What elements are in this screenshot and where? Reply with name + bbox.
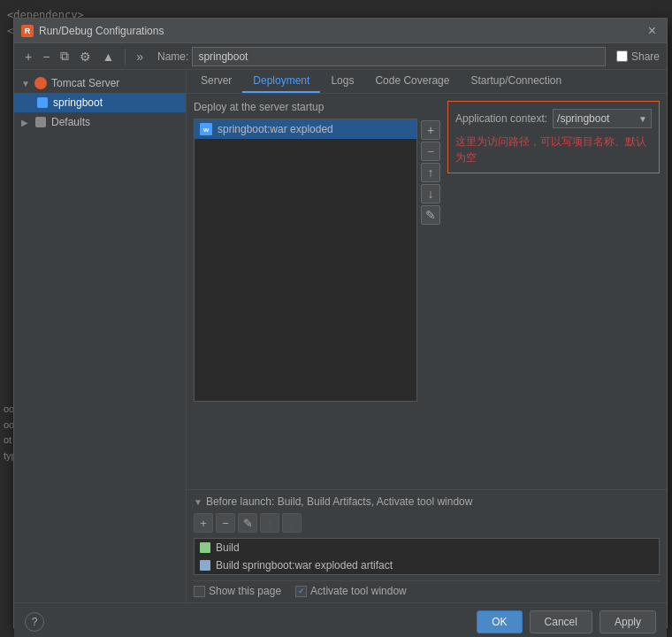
launch-list: Build Build springboot:war exploded arti… — [194, 538, 660, 575]
artifact-icon — [37, 97, 48, 108]
tomcat-icon — [34, 77, 47, 89]
before-launch-header: ▼ Before launch: Build, Build Artifacts,… — [194, 495, 660, 508]
add-config-button[interactable]: + — [21, 48, 35, 65]
activate-window-label: Activate tool window — [310, 585, 407, 597]
before-launch-label: Before launch: Build, Build Artifacts, A… — [206, 495, 473, 508]
down-launch-button[interactable]: ↓ — [282, 513, 302, 533]
artifact-item-springboot[interactable]: w springboot:war exploded — [195, 119, 416, 139]
title-bar: R Run/Debug Configurations × — [14, 19, 667, 43]
launch-item-build[interactable]: Build — [195, 539, 659, 556]
defaults-icon-shape — [35, 117, 46, 127]
down-artifact-button[interactable]: ↓ — [421, 184, 440, 203]
apply-button[interactable]: Apply — [599, 610, 656, 633]
activate-window-checkbox-item: ✓ Activate tool window — [295, 585, 407, 597]
remove-artifact-button[interactable]: − — [421, 142, 440, 161]
deploy-section: Deploy at the server startup w springboo… — [194, 101, 440, 482]
war-icon: w — [200, 123, 212, 135]
context-input-wrapper[interactable]: /springboot ▼ — [553, 109, 652, 128]
close-button[interactable]: × — [645, 22, 660, 40]
checkbox-row: Show this page ✓ Activate tool window — [194, 580, 660, 597]
edit-launch-button[interactable]: ✎ — [238, 513, 257, 533]
share-checkbox-container: Share — [616, 50, 660, 63]
show-page-label: Show this page — [209, 585, 281, 597]
build-artifact-label: Build springboot:war exploded artifact — [216, 559, 393, 572]
sidebar: ▼ Tomcat Server springboot ▶ Defaults — [14, 70, 187, 602]
toolbar-separator — [125, 49, 126, 65]
sidebar-item-springboot[interactable]: springboot — [14, 93, 186, 112]
artifact-name: springboot:war exploded — [218, 123, 333, 135]
springboot-icon — [35, 96, 50, 110]
defaults-icon — [34, 115, 48, 129]
add-artifact-button[interactable]: + — [421, 120, 440, 140]
springboot-label: springboot — [53, 96, 103, 109]
dialog-footer: ? OK Cancel Apply — [14, 602, 667, 637]
name-label: Name: — [157, 50, 188, 63]
build-icon — [200, 542, 210, 553]
copy-config-button[interactable]: ⧉ — [57, 47, 73, 65]
add-launch-button[interactable]: + — [194, 513, 213, 533]
launch-toolbar: + − ✎ ↑ ↓ — [194, 513, 660, 533]
tomcat-server-icon — [34, 76, 48, 90]
context-row: Application context: /springboot ▼ — [455, 109, 652, 128]
gear-config-button[interactable]: ⚙ — [76, 48, 95, 65]
title-bar-left: R Run/Debug Configurations — [21, 25, 164, 37]
help-button[interactable]: ? — [25, 612, 44, 632]
tab-server[interactable]: Server — [190, 70, 242, 93]
tree-arrow-tomcat: ▼ — [21, 79, 30, 88]
up-launch-button[interactable]: ↑ — [260, 513, 279, 533]
tab-deployment[interactable]: Deployment — [242, 70, 320, 93]
collapse-arrow[interactable]: ▼ — [194, 497, 202, 507]
show-page-checkbox-item: Show this page — [194, 585, 281, 597]
context-value: /springboot — [557, 112, 609, 125]
context-panel: Application context: /springboot ▼ 这里为访问… — [447, 101, 660, 173]
dialog-icon: R — [21, 25, 34, 37]
config-name-input[interactable] — [192, 47, 606, 66]
tomcat-label: Tomcat Server — [51, 77, 119, 89]
before-launch-section: ▼ Before launch: Build, Build Artifacts,… — [187, 489, 667, 602]
share-checkbox[interactable] — [616, 50, 628, 62]
defaults-label: Defaults — [51, 116, 90, 128]
context-dropdown-arrow: ▼ — [638, 114, 647, 124]
run-debug-dialog: R Run/Debug Configurations × + − ⧉ ⚙ ▲ »… — [13, 18, 668, 628]
deploy-section-label: Deploy at the server startup — [194, 101, 440, 113]
tree-arrow-defaults: ▶ — [21, 118, 30, 127]
build-artifact-icon — [200, 560, 210, 571]
tab-code-coverage[interactable]: Code Coverage — [364, 70, 460, 93]
show-page-checkbox[interactable] — [194, 586, 205, 597]
context-label: Application context: — [455, 112, 547, 125]
up-config-button[interactable]: ▲ — [98, 48, 118, 65]
activate-window-checkbox[interactable]: ✓ — [295, 586, 307, 597]
artifact-list: w springboot:war exploded — [194, 119, 417, 402]
toolbar-row: + − ⧉ ⚙ ▲ » Name: Share — [14, 43, 667, 70]
remove-config-button[interactable]: − — [39, 48, 53, 65]
expand-button[interactable]: » — [133, 48, 147, 65]
right-panel: Server Deployment Logs Code Coverage Sta… — [187, 70, 667, 602]
sidebar-item-tomcat[interactable]: ▼ Tomcat Server — [14, 73, 186, 93]
tab-logs[interactable]: Logs — [320, 70, 364, 93]
build-label: Build — [216, 541, 240, 554]
dialog-title: Run/Debug Configurations — [39, 25, 164, 37]
share-label: Share — [631, 50, 660, 63]
main-content: ▼ Tomcat Server springboot ▶ Defaults — [14, 70, 667, 602]
tab-startup-connection[interactable]: Startup/Connection — [460, 70, 572, 93]
launch-item-build-artifact[interactable]: Build springboot:war exploded artifact — [195, 556, 659, 574]
panel-content: Deploy at the server startup w springboo… — [187, 94, 667, 489]
tabs-row: Server Deployment Logs Code Coverage Sta… — [187, 70, 667, 94]
edit-artifact-button[interactable]: ✎ — [421, 205, 440, 225]
ok-button[interactable]: OK — [477, 610, 522, 633]
sidebar-item-defaults[interactable]: ▶ Defaults — [14, 112, 186, 132]
context-hint: 这里为访问路径，可以写项目名称、默认为空 — [455, 134, 652, 165]
list-side-buttons: + − ↑ ↓ ✎ — [421, 119, 440, 402]
remove-launch-button[interactable]: − — [216, 513, 235, 533]
up-artifact-button[interactable]: ↑ — [421, 163, 440, 182]
cancel-button[interactable]: Cancel — [530, 610, 592, 633]
